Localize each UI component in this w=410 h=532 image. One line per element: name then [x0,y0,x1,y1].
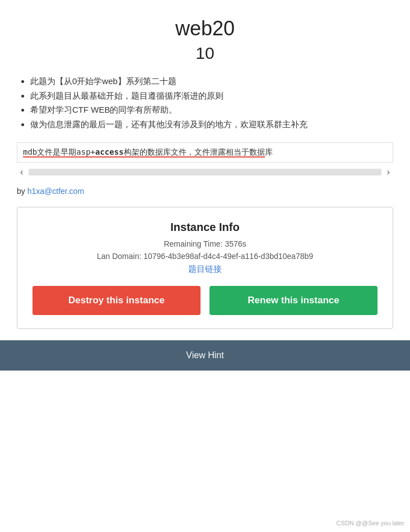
by-label: by [17,187,27,196]
score-value: 10 [17,44,393,63]
bullet-item-1: 此题为【从0开始学web】系列第二十题 [30,74,393,89]
instance-buttons: Destroy this instance Renew this instanc… [29,286,381,315]
remaining-time: Remaining Time: 3576s [29,239,381,248]
bullet-item-4: 做为信息泄露的最后一题，还有其他没有涉及到的地方，欢迎联系群主补充 [30,117,393,132]
page-title: web20 [17,17,393,40]
scroll-left-arrow[interactable]: ‹ [17,166,26,178]
instance-card: Instance Info Remaining Time: 3576s Lan … [17,207,393,329]
scroll-right-arrow[interactable]: › [384,166,393,178]
bullet-item-2: 此系列题目从最基础开始，题目遵循循序渐进的原则 [30,89,393,103]
lan-domain: Lan Domain: 10796-4b3e98af-d4c4-49ef-a11… [29,252,381,261]
challenge-link-container: 题目链接 [29,264,381,275]
view-hint-bar[interactable]: View Hint [0,340,410,371]
scroll-bar-row: ‹ › [17,166,393,178]
destroy-button[interactable]: Destroy this instance [32,286,201,315]
code-block[interactable]: mdb文件是早期asp+access构架的数据库文件，文件泄露相当于数据库 [17,142,393,163]
description-list: 此题为【从0开始学web】系列第二十题 此系列题目从最基础开始，题目遵循循序渐进… [17,74,393,131]
author-link[interactable]: h1xa@ctfer.com [27,187,84,196]
instance-card-title: Instance Info [29,221,381,234]
code-text: mdb文件是早期asp+access构架的数据库文件，文件泄露相当于数据库 [23,147,273,158]
scroll-track[interactable] [29,169,381,175]
bullet-item-3: 希望对学习CTF WEB的同学有所帮助。 [30,103,393,117]
renew-button[interactable]: Renew this instance [209,286,378,315]
challenge-link[interactable]: 题目链接 [188,264,222,274]
code-underline-text: mdb文件是早期asp+access构架的数据库文件，文件泄露相当于数据 [23,147,265,158]
watermark: CSDN @@See you later [337,520,404,526]
author-line: by h1xa@ctfer.com [17,187,393,196]
